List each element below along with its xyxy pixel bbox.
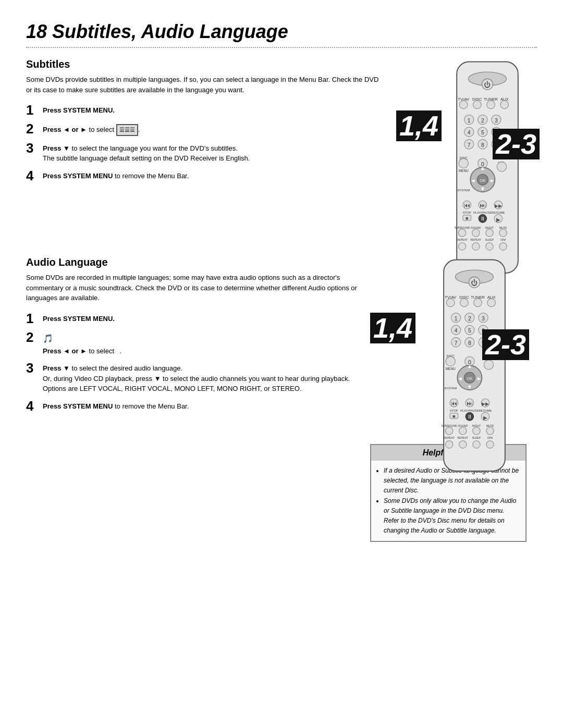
svg-text:⏻: ⏻ [471, 279, 478, 287]
svg-point-109 [446, 356, 455, 366]
subtitles-steps: 1 Press SYSTEM MENU. 2 Press ◄ or ► to s… [26, 103, 381, 182]
svg-text:DIM: DIM [487, 436, 493, 439]
svg-text:⏸: ⏸ [480, 216, 485, 221]
svg-point-89 [487, 299, 496, 307]
svg-text:MUTE: MUTE [486, 424, 494, 427]
svg-point-154 [473, 441, 480, 448]
svg-point-144 [459, 427, 467, 435]
subtitles-step-2: 2 Press ◄ or ► to select ☰☰☰. [26, 122, 381, 136]
audio-language-layout: Audio Language Some DVDs are recorded in… [26, 256, 537, 542]
audio-language-content: Audio Language Some DVDs are recorded in… [26, 256, 360, 542]
svg-text:▼: ▼ [467, 384, 472, 390]
remote-1-container: 1,4 2-3 ⏻ TV/AV DISC TUNER AUX [391, 58, 537, 236]
svg-text:7: 7 [455, 340, 458, 346]
step-number-3: 3 [26, 141, 36, 155]
svg-text:2: 2 [481, 118, 484, 124]
svg-text:OK: OK [480, 178, 486, 183]
audio-language-steps: 1 Press SYSTEM MENU. 2 🎵 Press ◄ or ► to… [26, 312, 360, 413]
svg-text:►: ► [476, 376, 482, 381]
svg-text:SLEEP: SLEEP [472, 436, 481, 439]
svg-text:SYSTEM: SYSTEM [457, 189, 470, 192]
audio-step-num-4: 4 [26, 399, 36, 413]
svg-point-146 [486, 427, 494, 435]
svg-text:SOUND: SOUND [471, 226, 481, 229]
step-4-text: Press SYSTEM MENU to remove the Menu Bar… [43, 169, 189, 181]
svg-text:4: 4 [455, 328, 458, 334]
audio-step-1-text: Press SYSTEM MENU. [43, 312, 115, 324]
svg-text:⏸: ⏸ [467, 414, 472, 419]
svg-text:1: 1 [455, 316, 458, 322]
remote-2-wrapper: 1,4 2-3 ⏻ TV/AV DISC TUNER AUX [370, 256, 527, 439]
step-3-text: Press ▼ to select the language you want … [43, 141, 250, 164]
svg-text:7: 7 [468, 142, 471, 148]
step-1-text: Press SYSTEM MENU. [43, 103, 115, 116]
svg-text:STOP: STOP [450, 409, 458, 412]
svg-text:⏮: ⏮ [451, 400, 457, 406]
audio-step-3: 3 Press ▼ to select the desired audio la… [26, 361, 360, 394]
svg-text:REPEAT: REPEAT [457, 238, 468, 241]
svg-text:⏭: ⏭ [467, 400, 473, 406]
helpful-hint-2: Some DVDs only allow you to change the A… [384, 496, 520, 536]
svg-text:PLAY/PAUSE: PLAY/PAUSE [460, 409, 479, 412]
audio-step-num-3: 3 [26, 361, 36, 375]
remote-2-hints-container: 1,4 2-3 ⏻ TV/AV DISC TUNER AUX [370, 256, 537, 542]
svg-text:▶▶: ▶▶ [482, 401, 489, 406]
badge-14-audio: 1,4 [370, 313, 415, 343]
svg-point-10 [487, 101, 495, 109]
svg-text:⏭: ⏭ [480, 202, 486, 208]
svg-text:DIM: DIM [500, 238, 506, 241]
svg-text:OK: OK [467, 376, 473, 381]
svg-text:4: 4 [468, 130, 471, 135]
svg-text:5: 5 [468, 328, 471, 334]
svg-point-75 [472, 243, 480, 250]
step-number-1: 1 [26, 103, 36, 117]
subtitles-title: Subtitles [26, 58, 381, 70]
svg-text:▲: ▲ [480, 165, 485, 171]
audio-step-num-2: 2 [26, 330, 36, 344]
svg-text:MENU: MENU [446, 367, 456, 371]
svg-text:⏻: ⏻ [484, 81, 491, 89]
svg-text:8: 8 [468, 340, 471, 346]
svg-text:▶: ▶ [496, 217, 500, 223]
badge-23-subtitles: 2-3 [493, 129, 540, 159]
svg-text:⏮: ⏮ [464, 202, 470, 208]
audio-step-2: 2 🎵 Press ◄ or ► to select . [26, 330, 360, 356]
svg-text:8: 8 [481, 142, 484, 148]
remote-svg-1: ⏻ TV/AV DISC TUNER AUX 1 2 3 4 [443, 58, 532, 276]
svg-text:5: 5 [481, 130, 484, 135]
svg-point-9 [473, 101, 482, 109]
subtitles-step-4: 4 Press SYSTEM MENU to remove the Menu B… [26, 169, 381, 182]
svg-text:▲: ▲ [467, 363, 472, 369]
svg-text:►: ► [489, 178, 495, 183]
svg-point-87 [460, 299, 469, 307]
audio-step-num-1: 1 [26, 312, 36, 325]
svg-text:NIGHT: NIGHT [472, 424, 481, 427]
svg-point-11 [500, 101, 509, 109]
svg-point-65 [458, 229, 466, 237]
remote-svg-2: ⏻ TV/AV DISC TUNER AUX 1 2 3 4 [430, 256, 519, 474]
svg-text:RESUME: RESUME [479, 409, 492, 412]
audio-step-2-text: 🎵 Press ◄ or ► to select . [43, 330, 121, 356]
svg-point-77 [499, 243, 507, 250]
svg-text:NIGHT: NIGHT [485, 226, 494, 229]
subtitles-description: Some DVDs provide subtitles in multiple … [26, 75, 381, 95]
subtitles-content: Subtitles Some DVDs provide subtitles in… [26, 58, 381, 236]
svg-text:SURROUND: SURROUND [442, 424, 457, 427]
svg-text:■: ■ [452, 414, 456, 419]
svg-text:PLAY/PAUSE: PLAY/PAUSE [473, 211, 492, 214]
badge-14-subtitles: 1,4 [396, 110, 442, 141]
svg-text:◄: ◄ [457, 376, 462, 381]
step-number-2: 2 [26, 122, 36, 135]
svg-point-143 [445, 427, 452, 435]
subtitles-step-1: 1 Press SYSTEM MENU. [26, 103, 381, 117]
svg-text:MUTE: MUTE [499, 226, 507, 229]
svg-text:3: 3 [482, 316, 485, 322]
svg-point-31 [459, 158, 468, 168]
svg-point-114 [484, 360, 493, 369]
step-2-text: Press ◄ or ► to select ☰☰☰. [43, 122, 140, 136]
audio-step-4: 4 Press SYSTEM MENU to remove the Menu B… [26, 399, 360, 413]
svg-text:REPEAT: REPEAT [458, 436, 469, 439]
svg-point-76 [486, 243, 493, 250]
svg-text:MENU: MENU [459, 169, 469, 172]
subtitles-section: Subtitles Some DVDs provide subtitles in… [26, 58, 537, 236]
